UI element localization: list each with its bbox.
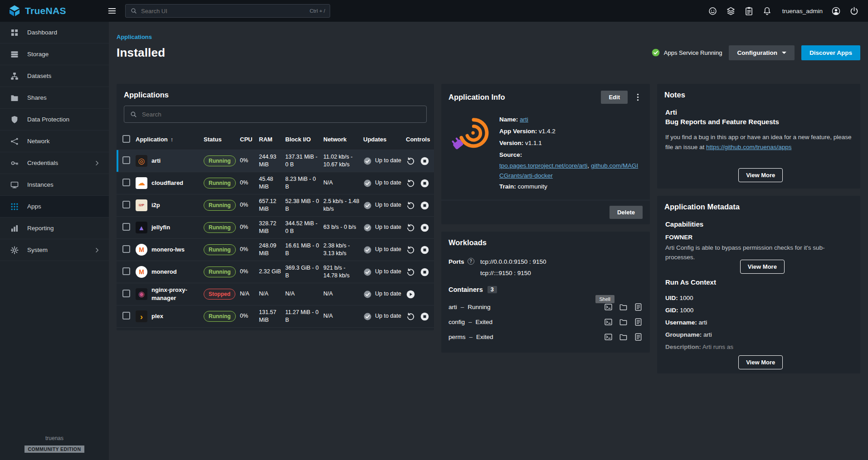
feedback-icon[interactable] xyxy=(708,6,717,16)
stop-button[interactable] xyxy=(420,179,429,188)
column-header-updates[interactable]: Updates xyxy=(363,136,406,144)
sidebar-item[interactable]: System xyxy=(0,239,109,261)
sidebar-item[interactable]: Credentials xyxy=(0,152,109,174)
row-checkbox[interactable] xyxy=(122,290,130,297)
application-row[interactable]: M monero-lws Running 0% 248.09 MiB 16.61… xyxy=(117,239,434,261)
application-row[interactable]: ◎ arti Running 0% 244.93 MiB 137.31 MiB … xyxy=(117,150,434,172)
sidebar-item[interactable]: Datasets xyxy=(0,65,109,87)
train-value: community xyxy=(518,183,547,190)
sidebar-item[interactable]: Instances xyxy=(0,174,109,196)
restart-button[interactable] xyxy=(406,245,415,255)
select-all-checkbox[interactable] xyxy=(122,135,130,143)
sidebar-item[interactable]: Storage xyxy=(0,44,109,65)
restart-button[interactable] xyxy=(406,312,415,321)
application-row[interactable]: › plex Running 0% 131.57 MiB 11.27 MiB -… xyxy=(117,305,434,328)
apps-search-input[interactable] xyxy=(142,111,421,118)
ram-value: 2.32 GiB xyxy=(259,268,285,276)
stop-button[interactable] xyxy=(420,201,429,210)
help-icon[interactable]: ? xyxy=(468,258,474,265)
view-more-button[interactable]: View More xyxy=(738,168,783,182)
column-header-application[interactable]: Application↑ xyxy=(136,136,204,144)
edit-button[interactable]: Edit xyxy=(601,91,628,104)
application-row[interactable]: ◉ nginx-proxy-manager Stopped N/A N/A N/… xyxy=(117,283,434,305)
shell-icon[interactable] xyxy=(604,333,613,341)
stop-button[interactable] xyxy=(420,267,429,277)
row-checkbox[interactable] xyxy=(122,179,130,186)
sidebar-item[interactable]: Data Protection xyxy=(0,109,109,131)
column-header-network[interactable]: Network xyxy=(323,136,363,144)
column-header-cpu[interactable]: CPU xyxy=(240,136,259,144)
configuration-button[interactable]: Configuration xyxy=(729,45,794,60)
sidebar-item-label: Storage xyxy=(27,51,49,58)
delete-button[interactable]: Delete xyxy=(610,206,643,219)
power-icon[interactable] xyxy=(849,6,859,16)
truenas-logo[interactable]: TrueNAS xyxy=(0,5,102,17)
row-checkbox[interactable] xyxy=(122,156,130,164)
cpu-value: 0% xyxy=(240,201,259,209)
caret-down-icon xyxy=(782,52,786,54)
restart-button[interactable] xyxy=(406,179,415,188)
notes-panel: Notes Arti Bug Reports and Feature Reque… xyxy=(657,84,860,189)
start-button[interactable] xyxy=(406,290,415,299)
sidebar-item[interactable]: Dashboard xyxy=(0,22,109,44)
restart-button[interactable] xyxy=(406,156,415,166)
search-shortcut-hint: Ctrl + / xyxy=(310,8,325,14)
truecommand-icon[interactable] xyxy=(726,6,736,16)
row-checkbox[interactable] xyxy=(122,245,130,253)
block-io-value: 369.3 GiB - 0 B xyxy=(285,264,323,280)
global-search-input[interactable] xyxy=(141,8,306,15)
menu-button[interactable] xyxy=(107,6,117,16)
column-header-ram[interactable]: RAM xyxy=(259,136,285,144)
sidebar-item-icon xyxy=(10,246,19,255)
restart-button[interactable] xyxy=(406,267,415,277)
issues-link[interactable]: https://github.com/truenas/apps xyxy=(706,144,791,150)
row-checkbox[interactable] xyxy=(122,201,130,208)
sidebar-item-icon xyxy=(10,93,19,102)
apps-search[interactable] xyxy=(124,106,427,123)
volumes-icon[interactable] xyxy=(619,333,628,341)
application-row[interactable]: I2P i2p Running 0% 657.12 MiB 52.38 MiB … xyxy=(117,194,434,217)
discover-apps-button[interactable]: Discover Apps xyxy=(801,45,860,60)
view-more-button[interactable]: View More xyxy=(740,260,785,274)
updates-label: Up to date xyxy=(375,290,401,298)
volumes-icon[interactable] xyxy=(619,303,628,311)
stop-button[interactable] xyxy=(420,156,429,166)
volumes-icon[interactable] xyxy=(619,318,628,326)
shell-icon[interactable] xyxy=(604,318,613,326)
application-row[interactable]: ☁ cloudflared Running 0% 45.48 MiB 8.23 … xyxy=(117,172,434,194)
breadcrumb[interactable]: Applications xyxy=(117,34,860,40)
stop-button[interactable] xyxy=(420,312,429,321)
logs-icon[interactable] xyxy=(634,303,643,311)
sidebar-item[interactable]: Reporting xyxy=(0,218,109,239)
sidebar-item[interactable]: Network xyxy=(0,131,109,152)
logs-icon[interactable] xyxy=(634,318,643,326)
ram-value: 328.72 MiB xyxy=(259,220,285,236)
row-checkbox[interactable] xyxy=(122,223,130,231)
application-row[interactable]: ▲ jellyfin Running 0% 328.72 MiB 344.52 … xyxy=(117,217,434,239)
block-io-value: 16.61 MiB - 0 B xyxy=(285,242,323,258)
shell-icon[interactable] xyxy=(604,303,613,311)
logs-icon[interactable] xyxy=(634,333,643,341)
jobs-icon[interactable] xyxy=(744,6,754,16)
column-header-block-io[interactable]: Block I/O xyxy=(285,136,323,144)
app-name-link[interactable]: arti xyxy=(520,116,528,123)
user-icon[interactable] xyxy=(831,6,841,16)
restart-button[interactable] xyxy=(406,223,415,232)
application-row[interactable]: M monerod Running 0% 2.32 GiB 369.3 GiB … xyxy=(117,261,434,283)
row-checkbox[interactable] xyxy=(122,312,130,320)
stop-button[interactable] xyxy=(420,223,429,232)
global-search[interactable]: Ctrl + / xyxy=(125,4,330,18)
sort-ascending-icon: ↑ xyxy=(171,136,174,143)
column-header-status[interactable]: Status xyxy=(204,136,240,144)
alerts-icon[interactable] xyxy=(762,6,772,16)
sidebar-item[interactable]: Shares xyxy=(0,87,109,109)
more-options-icon[interactable] xyxy=(633,92,643,102)
view-more-button[interactable]: View More xyxy=(738,355,783,369)
container-status: Running xyxy=(468,304,490,310)
sidebar-item[interactable]: Apps xyxy=(0,196,109,218)
restart-button[interactable] xyxy=(406,201,415,210)
updates-label: Up to date xyxy=(375,312,401,320)
row-checkbox[interactable] xyxy=(122,267,130,275)
stop-button[interactable] xyxy=(420,245,429,255)
source-link[interactable]: tpo.pages.torproject.net/core/arti xyxy=(499,162,587,169)
